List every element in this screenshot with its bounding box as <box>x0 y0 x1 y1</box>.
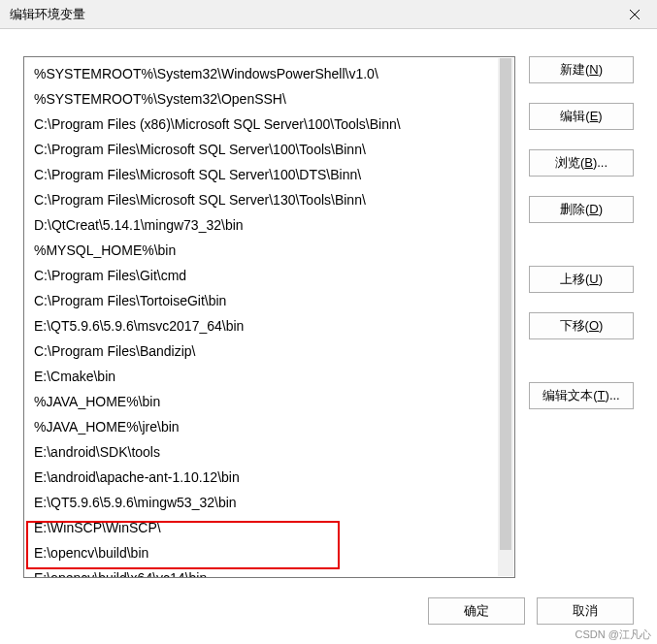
list-item[interactable]: E:\WinSCP\WinSCP\ <box>24 515 514 540</box>
list-item[interactable]: E:\android\SDK\tools <box>24 439 514 465</box>
list-item[interactable]: C:\Program Files\Microsoft SQL Server\10… <box>24 137 514 162</box>
list-item[interactable]: %SYSTEMROOT%\System32\WindowsPowerShell\… <box>24 61 514 86</box>
move-down-button[interactable]: 下移(O) <box>529 312 634 339</box>
list-wrapper: %SYSTEMROOT%\System32\WindowsPowerShell\… <box>23 56 515 580</box>
list-item[interactable]: C:\Program Files\Git\cmd <box>24 263 514 288</box>
side-buttons: 新建(N) 编辑(E) 浏览(B)... 删除(D) 上移(U) 下移(O) 编… <box>529 56 634 580</box>
edit-button[interactable]: 编辑(E) <box>529 103 634 130</box>
browse-button[interactable]: 浏览(B)... <box>529 149 634 177</box>
list-item[interactable]: C:\Program Files\Microsoft SQL Server\13… <box>24 187 514 212</box>
list-item[interactable]: E:\Cmake\bin <box>24 364 514 389</box>
new-button[interactable]: 新建(N) <box>529 56 634 83</box>
scrollbar[interactable] <box>498 58 513 576</box>
scrollbar-thumb[interactable] <box>500 58 511 550</box>
footer-buttons: 确定 取消 <box>428 597 634 625</box>
list-item[interactable]: C:\Program Files\Microsoft SQL Server\10… <box>24 162 514 187</box>
list-item[interactable]: %MYSQL_HOME%\bin <box>24 238 514 263</box>
edit-text-button[interactable]: 编辑文本(T)... <box>529 382 634 409</box>
window-title: 编辑环境变量 <box>10 6 85 23</box>
list-item[interactable]: C:\Program Files\Bandizip\ <box>24 338 514 364</box>
dialog-body: %SYSTEMROOT%\System32\WindowsPowerShell\… <box>0 29 657 580</box>
titlebar: 编辑环境变量 <box>0 0 657 29</box>
list-item[interactable]: E:\android\apache-ant-1.10.12\bin <box>24 465 514 490</box>
list-item[interactable]: %SYSTEMROOT%\System32\OpenSSH\ <box>24 86 514 112</box>
cancel-button[interactable]: 取消 <box>537 597 634 625</box>
list-item[interactable]: E:\opencv\build\bin <box>24 540 514 565</box>
close-button[interactable] <box>612 0 657 29</box>
list-item[interactable]: %JAVA_HOME%\jre\bin <box>24 414 514 439</box>
list-item[interactable]: C:\Program Files\TortoiseGit\bin <box>24 288 514 313</box>
list-item[interactable]: E:\QT5.9.6\5.9.6\msvc2017_64\bin <box>24 313 514 338</box>
list-item[interactable]: E:\QT5.9.6\5.9.6\mingw53_32\bin <box>24 490 514 515</box>
list-item[interactable]: D:\QtCreat\5.14.1\mingw73_32\bin <box>24 212 514 238</box>
list-item[interactable]: C:\Program Files (x86)\Microsoft SQL Ser… <box>24 112 514 137</box>
path-list[interactable]: %SYSTEMROOT%\System32\WindowsPowerShell\… <box>23 56 515 578</box>
delete-button[interactable]: 删除(D) <box>529 196 634 223</box>
watermark: CSDN @江凡心 <box>575 628 651 642</box>
list-item[interactable]: %JAVA_HOME%\bin <box>24 389 514 414</box>
close-icon <box>630 10 640 19</box>
list-item[interactable]: E:\opencv\build\x64\vc14\bin <box>24 565 514 578</box>
move-up-button[interactable]: 上移(U) <box>529 266 634 293</box>
ok-button[interactable]: 确定 <box>428 597 525 625</box>
